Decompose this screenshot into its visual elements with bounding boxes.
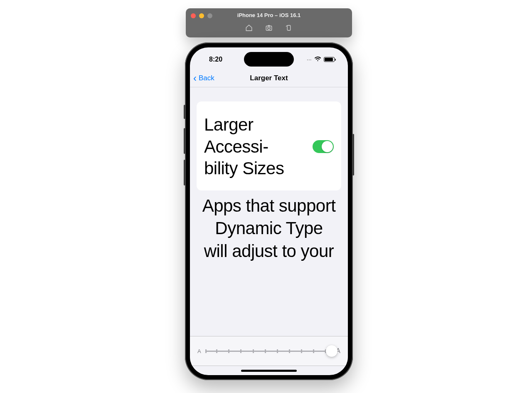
simulator-titlebar: iPhone 14 Pro – iOS 16.1 (186, 8, 352, 37)
svg-rect-2 (287, 25, 291, 30)
simulator-toolbar (186, 24, 352, 32)
settings-content: Larger Accessi­bility Sizes Apps that su… (190, 87, 348, 375)
wifi-icon (314, 56, 321, 63)
settings-footer-text: Apps that support Dynamic Type will adju… (202, 195, 336, 263)
dynamic-island (244, 52, 294, 67)
device-screen: 8:20 ••• ‹ Back Larger Text Larger Acces… (190, 47, 348, 375)
home-indicator[interactable] (241, 370, 297, 372)
text-size-min-label: A (197, 348, 201, 354)
screenshot-icon[interactable] (265, 24, 273, 32)
navigation-bar: ‹ Back Larger Text (190, 69, 348, 87)
accessibility-sizes-toggle[interactable] (313, 140, 334, 153)
device-frame: 8:20 ••• ‹ Back Larger Text Larger Acces… (185, 42, 353, 380)
rotate-icon[interactable] (285, 24, 293, 32)
chevron-left-icon: ‹ (193, 73, 197, 83)
volume-up-button (184, 128, 185, 154)
text-size-slider[interactable] (205, 351, 332, 352)
volume-down-button (184, 160, 185, 185)
simulator-title: iPhone 14 Pro – iOS 16.1 (186, 12, 352, 18)
battery-icon (324, 57, 335, 62)
svg-point-1 (268, 27, 270, 30)
accessibility-sizes-row: Larger Accessi­bility Sizes (197, 101, 341, 190)
svg-rect-0 (266, 26, 272, 31)
back-button-label: Back (199, 74, 214, 82)
home-icon[interactable] (245, 24, 253, 32)
status-indicators: ••• (307, 56, 335, 63)
slider-thumb[interactable] (326, 345, 337, 357)
text-size-slider-bar: A A (190, 336, 348, 366)
accessibility-sizes-label: Larger Accessi­bility Sizes (204, 114, 296, 180)
cellular-icon: ••• (307, 58, 312, 62)
power-button (352, 134, 354, 175)
back-button[interactable]: ‹ Back (190, 73, 214, 83)
status-time: 8:20 (209, 56, 222, 63)
silence-switch (184, 105, 185, 119)
